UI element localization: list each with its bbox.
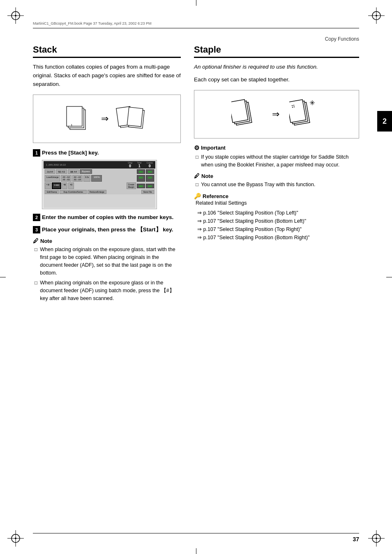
stack-before-icon: 1	[65, 102, 94, 135]
note-bullet-2: □	[35, 279, 37, 302]
step-1-number: 1	[33, 149, 40, 157]
corner-mark-tl	[7, 7, 24, 24]
function-row: • ⊞ 1•⊞⊟ •⊞ •⊟ CreateMargin ⊞⊟ ⊟⊟	[44, 182, 155, 189]
reference-item-2: ⇒ p.107 "Select Stapling Position (Botto…	[197, 217, 359, 225]
staple-after-icon	[289, 98, 322, 131]
staple-note-items: □ You cannot use the Bypass Tray with th…	[194, 181, 359, 189]
tick-right	[386, 277, 392, 277]
step-2-number: 2	[33, 214, 40, 221]
tick-top	[196, 0, 196, 6]
panel-screenshot-container: 1 JAN 2002 16:22 Origi 0 Total 1	[42, 160, 181, 209]
reference-icon: 🔑	[194, 193, 201, 199]
staple-intro: An optional finisher is required to use …	[194, 63, 359, 72]
staple-note-bullet-1: □	[196, 181, 198, 189]
note-icon: 🖊	[33, 238, 39, 244]
diagram-arrow-staple: ⇒	[272, 109, 279, 120]
reference-item-1: ⇒ p.106 "Select Stapling Position (Top L…	[197, 209, 359, 217]
staple-diagram-box: ⇒	[194, 90, 359, 138]
step-3-text: Place your originals, then press the 【St…	[42, 226, 173, 234]
staple-title: Staple	[194, 44, 359, 58]
chapter-tab: 2	[377, 111, 392, 132]
step-2: 2 Enter the number of copies with the nu…	[33, 213, 181, 222]
stack-title: Stack	[33, 44, 181, 58]
related-initial-settings-label: Related Initial Settings	[194, 199, 359, 207]
corner-mark-bl	[7, 530, 24, 547]
header-rule	[33, 28, 359, 28]
important-icon: ⚙	[194, 144, 199, 152]
staple-column: Staple An optional finisher is required …	[194, 44, 359, 307]
bottom-row: Edit/Stamp Dup./Combine/Series Reduce/En…	[44, 189, 155, 194]
staple-note-item-1: □ You cannot use the Bypass Tray with th…	[194, 181, 359, 189]
page-number: 37	[353, 536, 359, 542]
panel-top-bar: 1 JAN 2002 16:22 Origi 0 Total 1	[44, 161, 155, 169]
header: MartiniC1_GBcopy4_FM.book Page 37 Tuesda…	[33, 21, 359, 28]
stack-note-section: 🖊 Note □ When placing originals on the e…	[33, 238, 181, 302]
reference-item-4: ⇒ p.107 "Select Stapling Position (Botto…	[197, 233, 359, 242]
svg-rect-18	[67, 106, 82, 126]
staple-description: Each copy set can be stapled together.	[194, 76, 359, 84]
paper-size-row: 2⊟A4 5⊟ A3 1⊠ A4 Bypass ⊞⊟ ⊞⊟	[44, 169, 155, 175]
staple-reference-title: 🔑 Reference	[194, 193, 359, 199]
staple-note-section: 🖊 Note □ You cannot use the Bypass Tray …	[194, 173, 359, 189]
corner-mark-br	[368, 530, 385, 547]
step-2-text: Enter the number of copies with the numb…	[42, 213, 173, 222]
stack-note-item-2: □ When placing originals on the exposure…	[33, 279, 181, 302]
stack-column: Stack This function collates copies of p…	[33, 44, 181, 307]
file-info: MartiniC1_GBcopy4_FM.book Page 37 Tuesda…	[33, 21, 359, 25]
step-3: 3 Place your originals, then press the 【…	[33, 226, 181, 234]
main-content: Stack This function collates copies of p…	[33, 44, 359, 521]
reference-items-list: ⇒ p.106 "Select Stapling Position (Top L…	[194, 209, 359, 242]
step-1: 1 Press the [Stack] key.	[33, 149, 181, 157]
staple-important-item-1: □ If you staple copies without the stapl…	[194, 153, 359, 169]
step-3-number: 3	[33, 226, 40, 233]
step-1-text: Press the [Stack] key.	[42, 149, 99, 157]
svg-rect-23	[127, 107, 143, 126]
staple-important-title: ⚙ Important	[194, 144, 359, 152]
stack-after-icon	[116, 102, 149, 135]
diagram-arrow: ⇒	[101, 113, 108, 124]
middle-row: Lose/Enlarge A3→A4A4→A5 A4→A3A5→A4 9.3x …	[44, 175, 155, 182]
staple-before-icon	[231, 98, 262, 131]
staple-reference-section: 🔑 Reference Related Initial Settings ⇒ p…	[194, 193, 359, 242]
staple-important-items: □ If you staple copies without the stapl…	[194, 153, 359, 169]
panel-inner: 1 JAN 2002 16:22 Origi 0 Total 1	[44, 161, 155, 208]
svg-text:1: 1	[71, 123, 73, 127]
stack-note-items: □ When placing originals on the exposure…	[33, 246, 181, 302]
tick-left	[0, 277, 6, 277]
stack-note-item-1: □ When placing originals on the exposure…	[33, 246, 181, 277]
important-bullet-1: □	[196, 153, 198, 169]
stack-note-title: 🖊 Note	[33, 238, 181, 244]
staple-important-section: ⚙ Important □ If you staple copies witho…	[194, 144, 359, 169]
tick-bottom	[196, 548, 196, 554]
corner-mark-tr	[368, 7, 385, 24]
stack-diagram-box: 1 ⇒	[33, 95, 181, 143]
staple-diagram: ⇒	[231, 95, 322, 134]
bottom-rule	[33, 533, 359, 533]
staple-note-icon: 🖊	[194, 173, 200, 179]
note-bullet-1: □	[35, 246, 37, 277]
two-columns: Stack This function collates copies of p…	[33, 44, 359, 307]
stack-diagram: 1 ⇒	[65, 99, 149, 138]
staple-note-title: 🖊 Note	[194, 173, 359, 179]
stack-description: This function collates copies of pages f…	[33, 63, 181, 89]
reference-item-3: ⇒ p.107 "Select Stapling Position (Top R…	[197, 225, 359, 233]
panel-screenshot: 1 JAN 2002 16:22 Origi 0 Total 1	[42, 160, 157, 209]
page-header-right: Copy Functions	[325, 36, 359, 42]
